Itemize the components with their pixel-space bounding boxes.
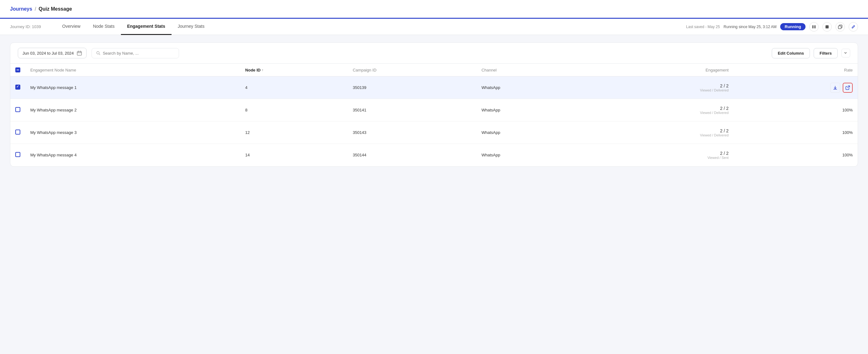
last-saved-label: Last saved - May 25	[686, 25, 720, 29]
row-checkbox[interactable]	[15, 152, 20, 157]
pause-button[interactable]	[809, 22, 818, 32]
row-node-id: 14	[240, 144, 348, 166]
engagement-label: Viewed / Sent	[591, 156, 728, 160]
engagement-number: 2 / 2	[591, 83, 728, 88]
row-checkbox-cell	[10, 121, 25, 144]
row-checkbox-cell	[10, 76, 25, 99]
rate-value: 100%	[842, 153, 853, 157]
row-campaign-id: 350139	[348, 76, 476, 99]
stop-button[interactable]	[823, 22, 832, 32]
svg-line-12	[848, 86, 850, 88]
row-actions	[739, 83, 853, 93]
search-icon	[96, 51, 100, 55]
svg-rect-2	[826, 25, 829, 28]
col-header-node-id[interactable]: Node ID ↑	[240, 64, 348, 76]
breadcrumb-separator: /	[35, 6, 36, 12]
sort-icon: ↑	[262, 68, 264, 72]
date-range-label: Jun 03, 2024 to Jul 03, 2024	[23, 51, 74, 56]
tab-journey-stats[interactable]: Journey Stats	[172, 19, 211, 35]
external-link-button[interactable]	[843, 83, 853, 93]
running-since-label: Running since May 25, 3:12 AM	[724, 25, 776, 29]
row-checkbox[interactable]	[15, 107, 20, 112]
row-checkbox-cell	[10, 99, 25, 121]
engagement-label: Viewed / Delivered	[591, 133, 728, 137]
col-header-rate: Rate	[734, 64, 858, 76]
svg-rect-4	[838, 26, 841, 29]
engagement-label: Viewed / Delivered	[591, 88, 728, 92]
header-checkbox[interactable]	[15, 67, 20, 72]
row-channel: WhatsApp	[476, 99, 586, 121]
svg-rect-1	[814, 25, 816, 28]
row-engagement: 2 / 2 Viewed / Delivered	[586, 121, 734, 144]
table-header-row: Engagement Node Name Node ID ↑ Campaign …	[10, 64, 858, 76]
rate-value: 100%	[842, 108, 853, 112]
table-row: My WhatsApp message 4 14 350144 WhatsApp…	[10, 144, 858, 166]
row-channel: WhatsApp	[476, 76, 586, 99]
main-content: Jun 03, 2024 to Jul 03, 2024 Edit Column…	[0, 35, 868, 354]
engagement-number: 2 / 2	[591, 106, 728, 111]
row-checkbox-cell	[10, 144, 25, 166]
col-header-channel: Channel	[476, 64, 586, 76]
header-checkbox-cell	[10, 64, 25, 76]
row-campaign-id: 350143	[348, 121, 476, 144]
row-rate: 100%	[734, 144, 858, 166]
filters-button[interactable]: Filters	[814, 48, 838, 58]
row-campaign-id: 350141	[348, 99, 476, 121]
copy-button[interactable]	[836, 22, 845, 32]
nav-bar: Journey ID: 1039 Overview Node Stats Eng…	[0, 19, 868, 35]
row-rate: 100%	[734, 121, 858, 144]
breadcrumb: Journeys / Quiz Message	[10, 6, 72, 12]
header-checkbox-inner	[17, 70, 19, 70]
row-engagement: 2 / 2 Viewed / Delivered	[586, 99, 734, 121]
tab-engagement-stats[interactable]: Engagement Stats	[121, 19, 172, 35]
row-rate: 100%	[734, 99, 858, 121]
row-node-id: 12	[240, 121, 348, 144]
search-input[interactable]	[103, 51, 174, 56]
row-campaign-id: 350144	[348, 144, 476, 166]
toolbar: Jun 03, 2024 to Jul 03, 2024 Edit Column…	[10, 43, 858, 64]
row-rate	[734, 76, 858, 99]
row-node-id: 8	[240, 99, 348, 121]
nav-tabs: Overview Node Stats Engagement Stats Jou…	[56, 19, 686, 35]
row-channel: WhatsApp	[476, 121, 586, 144]
date-picker-button[interactable]: Jun 03, 2024 to Jul 03, 2024	[18, 48, 87, 58]
edit-columns-button[interactable]: Edit Columns	[772, 48, 810, 58]
rate-value: 100%	[842, 130, 853, 135]
table-row: My WhatsApp message 1 4 350139 WhatsApp …	[10, 76, 858, 99]
calendar-icon	[77, 50, 82, 56]
engagement-label: Viewed / Delivered	[591, 111, 728, 114]
row-node-id: 4	[240, 76, 348, 99]
svg-line-10	[99, 54, 100, 55]
top-bar: Journeys / Quiz Message	[0, 0, 868, 19]
status-badge: Running	[780, 23, 806, 30]
row-checkbox[interactable]	[15, 130, 20, 135]
tab-overview[interactable]: Overview	[56, 19, 87, 35]
row-engagement: 2 / 2 Viewed / Delivered	[586, 76, 734, 99]
breadcrumb-journeys-link[interactable]: Journeys	[10, 6, 32, 12]
col-header-campaign-id: Campaign ID	[348, 64, 476, 76]
row-name: My WhatsApp message 3	[25, 121, 240, 144]
data-table: Engagement Node Name Node ID ↑ Campaign …	[10, 64, 858, 166]
engagement-number: 2 / 2	[591, 128, 728, 133]
table-row: My WhatsApp message 3 12 350143 WhatsApp…	[10, 121, 858, 144]
table-wrapper: Engagement Node Name Node ID ↑ Campaign …	[10, 64, 858, 166]
row-name: My WhatsApp message 2	[25, 99, 240, 121]
breadcrumb-current: Quiz Message	[39, 6, 72, 12]
col-header-engagement: Engagement	[586, 64, 734, 76]
row-channel: WhatsApp	[476, 144, 586, 166]
row-name: My WhatsApp message 4	[25, 144, 240, 166]
col-header-name: Engagement Node Name	[25, 64, 240, 76]
download-button[interactable]	[830, 83, 840, 93]
engagement-number: 2 / 2	[591, 151, 728, 156]
toolbar-right: Edit Columns Filters	[772, 48, 850, 58]
tab-node-stats[interactable]: Node Stats	[87, 19, 121, 35]
row-checkbox[interactable]	[15, 84, 20, 90]
table-card: Jun 03, 2024 to Jul 03, 2024 Edit Column…	[10, 42, 858, 167]
nav-right: Last saved - May 25 Running since May 25…	[686, 22, 858, 32]
svg-rect-5	[77, 51, 82, 55]
edit-button[interactable]	[849, 22, 858, 32]
table-row: My WhatsApp message 2 8 350141 WhatsApp …	[10, 99, 858, 121]
row-name: My WhatsApp message 1	[25, 76, 240, 99]
journey-id-label: Journey ID: 1039	[10, 24, 41, 29]
collapse-button[interactable]	[841, 49, 850, 58]
